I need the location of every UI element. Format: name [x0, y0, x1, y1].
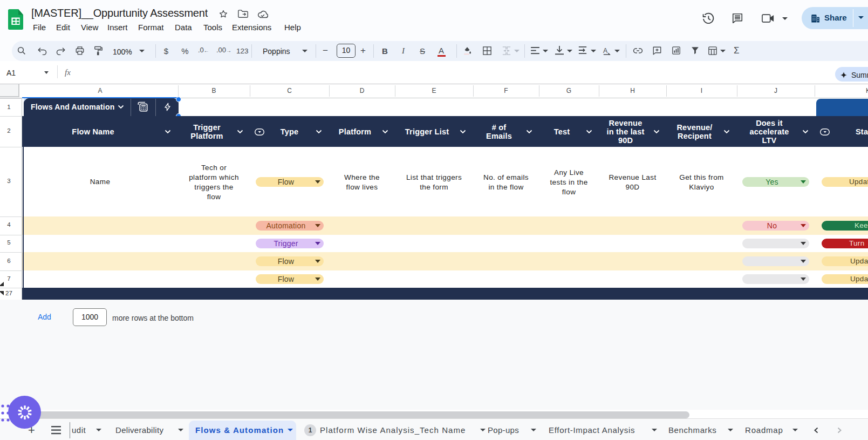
- svg-text:A: A: [603, 47, 608, 55]
